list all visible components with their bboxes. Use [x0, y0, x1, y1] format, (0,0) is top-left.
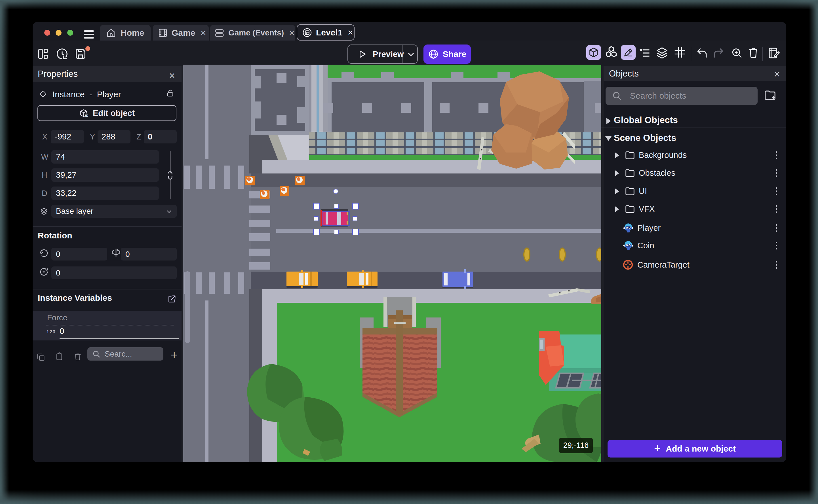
svg-text:3D: 3D: [84, 114, 88, 117]
